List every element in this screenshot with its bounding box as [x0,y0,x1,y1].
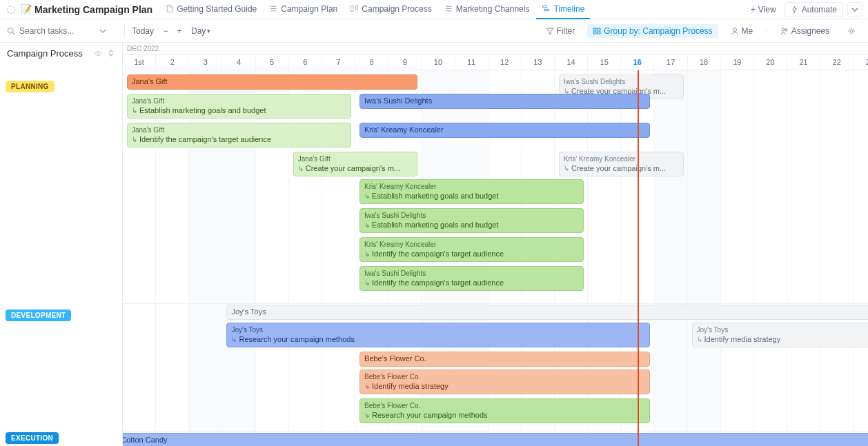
task-title: Joy's Toys [231,307,266,316]
chevron-down-icon [851,6,858,13]
task-bar[interactable]: Joy's Toys [226,305,868,320]
task-bar[interactable]: Joy's Toys↳Research your campaign method… [226,323,650,347]
day-header-20[interactable]: 20 [754,55,787,70]
today-button[interactable]: Today [132,26,154,36]
tab-marketing-channels[interactable]: Marketing Channels [439,0,535,19]
add-view-label: View [758,5,776,14]
day-header-18[interactable]: 18 [688,55,721,70]
next-button[interactable]: + [175,26,184,36]
stage-label-development[interactable]: DEVELOPMENT [6,310,71,321]
stage-label-planning[interactable]: PLANNING [6,81,55,92]
me-filter-button[interactable]: Me [725,24,759,38]
day-header-15[interactable]: 15 [588,55,621,70]
view-tabs: Getting Started GuideCampaign PlanCampai… [159,0,742,19]
task-project: Kris' Kreamy Koncealer [364,183,436,191]
doc-title[interactable]: 📝 Marketing Campaign Plan [21,4,152,15]
task-bar[interactable]: Jana's Gift↳Establish marketing goals an… [127,94,351,119]
search-icon [7,27,15,35]
day-header-1st[interactable]: 1st [123,55,156,70]
settings-button[interactable] [842,25,861,37]
day-header-7[interactable]: 7 [322,55,355,70]
task-title: ↳Establish marketing goals and budget [364,192,498,201]
day-header-9[interactable]: 9 [388,55,422,70]
svg-rect-4 [544,9,549,10]
filter-button[interactable]: Filter [540,24,581,38]
task-bar[interactable]: Ariana's Cotton Candy [123,433,868,446]
task-project: Jana's Gift [298,155,331,163]
plus-icon: + [751,5,756,14]
day-header-8[interactable]: 8 [355,55,388,70]
grid-column [820,70,854,446]
zoom-label: Day [191,26,206,36]
day-header-14[interactable]: 14 [555,55,588,70]
day-header-22[interactable]: 22 [820,55,854,70]
day-header-6[interactable]: 6 [289,55,322,70]
task-bar[interactable]: Kris' Kreamy Koncealer↳Create your campa… [559,152,684,176]
subtask-icon: ↳ [364,250,370,259]
day-header-10[interactable]: 10 [422,55,455,70]
subtask-icon: ↳ [231,336,237,344]
divider [124,25,125,37]
day-header-2[interactable]: 2 [156,55,189,70]
tab-label: Campaign Plan [281,4,337,14]
task-bar[interactable]: Kris' Kreamy Koncealer [359,123,650,138]
task-bar[interactable]: Kris' Kreamy Koncealer↳Establish marketi… [359,179,584,204]
grid-column [721,70,754,446]
day-header-23[interactable]: 23 [854,55,868,70]
timeline-canvas[interactable]: DEC 2022 1st2345678910111213141516171819… [123,43,868,446]
task-bar[interactable]: Iwa's Sushi Delights↳Establish marketing… [359,208,584,233]
app-menu-icon[interactable] [6,4,17,15]
grid-column [654,70,687,446]
task-bar[interactable]: Iwa's Sushi Delights↳Identify the campai… [359,266,584,291]
stage-label-execution[interactable]: EXECUTION [6,432,59,444]
day-header-12[interactable]: 12 [489,55,522,70]
day-header-17[interactable]: 17 [654,55,687,70]
svg-rect-7 [593,28,596,30]
automate-button[interactable]: Automate [785,2,843,17]
task-bar[interactable]: Jana's Gift [127,74,417,90]
search-input[interactable] [19,26,95,36]
board-icon [350,4,359,13]
tab-timeline[interactable]: Timeline [536,0,590,19]
tab-label: Campaign Process [362,4,431,14]
more-menu-button[interactable] [847,2,862,17]
task-bar[interactable]: Jana's Gift↳Identify the campaign's targ… [127,123,351,148]
day-header-11[interactable]: 11 [455,55,489,70]
group-by-button[interactable]: Group by: Campaign Process [587,24,718,38]
zoom-select[interactable]: Day ▾ [191,26,210,36]
day-header-21[interactable]: 21 [787,55,820,70]
tab-campaign-process[interactable]: Campaign Process [344,0,437,19]
task-bar[interactable]: Bebe's Flower Co. [359,352,650,367]
task-project: Iwa's Sushi Delights [364,270,426,278]
prev-button[interactable]: − [161,26,170,36]
task-bar[interactable]: Iwa's Sushi Delights [359,94,650,109]
tab-campaign-plan[interactable]: Campaign Plan [264,0,343,19]
collapse-all-icon[interactable] [107,49,115,58]
task-title: Ariana's Cotton Candy [123,436,168,445]
chevron-down-icon[interactable] [99,28,106,34]
tab-getting-started-guide[interactable]: Getting Started Guide [159,0,262,19]
day-header-3[interactable]: 3 [189,55,222,70]
assignees-button[interactable]: Assignees [775,24,835,38]
task-bar[interactable]: Joy's Toys↳Identify media strategy [692,323,868,347]
day-header-4[interactable]: 4 [222,55,255,70]
task-title: ↳Identify the campaign's target audience [364,278,504,287]
top-tabs-bar: 📝 Marketing Campaign Plan Getting Starte… [0,0,868,19]
day-header-19[interactable]: 19 [721,55,754,70]
day-header-13[interactable]: 13 [522,55,555,70]
day-header-5[interactable]: 5 [256,55,289,70]
eye-icon[interactable] [94,49,103,58]
users-icon [780,27,789,35]
add-view-button[interactable]: + View [745,2,782,17]
task-bar[interactable]: Bebe's Flower Co.↳Research your campaign… [359,398,650,423]
svg-point-14 [850,30,853,32]
group-sidebar: Campaign Process PLANNINGDEVELOPMENTEXEC… [0,43,123,446]
timeline-icon [542,4,551,13]
subtask-icon: ↳ [132,107,137,115]
task-bar[interactable]: Jana's Gift↳Create your campaign's m... [293,152,418,176]
task-bar[interactable]: Bebe's Flower Co.↳Identify media strateg… [359,369,650,394]
task-bar[interactable]: Kris' Kreamy Koncealer↳Identify the camp… [359,237,584,262]
day-header-16[interactable]: 16 [621,55,654,70]
subtask-icon: ↳ [697,336,702,344]
svg-rect-9 [593,32,596,34]
